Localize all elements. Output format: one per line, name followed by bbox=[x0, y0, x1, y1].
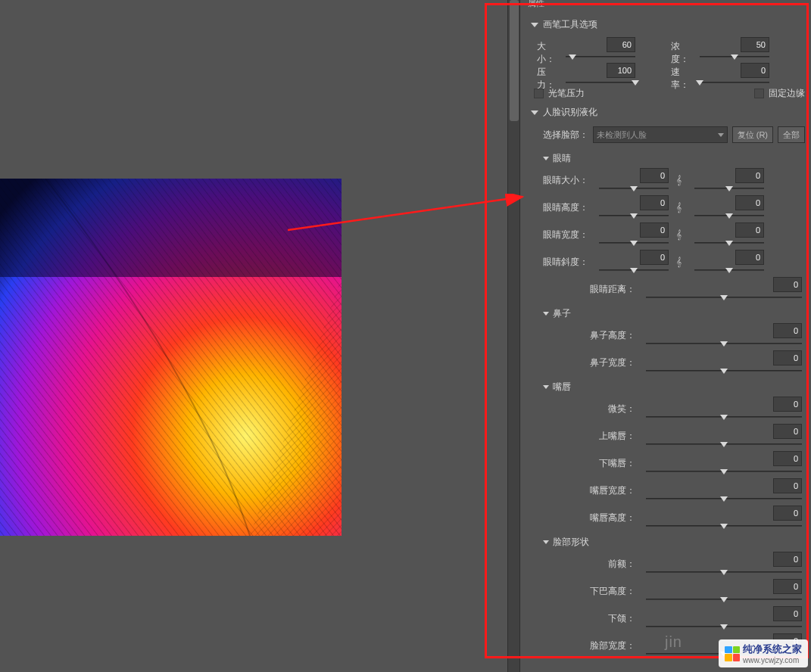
jaw-input[interactable]: 0 bbox=[773, 606, 802, 621]
select-face-label: 选择脸部： bbox=[543, 129, 588, 142]
brush-size-slider[interactable] bbox=[566, 53, 635, 62]
brush-density-label: 浓度： bbox=[671, 40, 697, 66]
eye-width-right-slider[interactable] bbox=[694, 239, 764, 247]
upper-lip-label: 上嘴唇： bbox=[535, 430, 635, 443]
lower-lip-input[interactable]: 0 bbox=[773, 451, 802, 466]
chevron-down-icon bbox=[718, 133, 724, 137]
eye-size-label: 眼睛大小： bbox=[535, 174, 588, 187]
subsection-title: 鼻子 bbox=[553, 307, 571, 320]
link-icon[interactable]: 𝄞 bbox=[673, 254, 684, 269]
subsection-title: 脸部形状 bbox=[553, 536, 589, 549]
eye-width-label: 眼睛宽度： bbox=[535, 229, 588, 241]
chin-height-input[interactable]: 0 bbox=[773, 579, 802, 594]
chevron-down-icon bbox=[531, 110, 538, 115]
mouth-width-slider[interactable] bbox=[646, 495, 802, 502]
eye-distance-slider[interactable] bbox=[646, 294, 802, 301]
nose-width-slider[interactable] bbox=[646, 367, 802, 375]
nose-height-label: 鼻子高度： bbox=[535, 329, 635, 342]
upper-lip-slider[interactable] bbox=[646, 440, 802, 448]
subsection-nose[interactable]: 鼻子 bbox=[520, 303, 811, 322]
eye-size-left-slider[interactable] bbox=[599, 185, 669, 192]
brush-rate-input[interactable]: 0 bbox=[741, 63, 769, 78]
chin-height-slider[interactable] bbox=[646, 596, 802, 603]
eye-tilt-left-input[interactable]: 0 bbox=[640, 250, 669, 265]
eye-tilt-left-slider[interactable] bbox=[599, 266, 669, 274]
upper-lip-input[interactable]: 0 bbox=[773, 424, 802, 439]
forehead-label: 前额： bbox=[535, 558, 635, 571]
pin-edges-checkbox[interactable] bbox=[754, 89, 764, 98]
mouth-width-label: 嘴唇宽度： bbox=[535, 484, 635, 497]
subsection-face-shape[interactable]: 脸部形状 bbox=[520, 531, 811, 550]
eye-size-right-slider[interactable] bbox=[694, 185, 764, 192]
nose-width-input[interactable]: 0 bbox=[773, 350, 802, 366]
nose-height-input[interactable]: 0 bbox=[773, 323, 802, 338]
eye-height-right-input[interactable]: 0 bbox=[735, 195, 764, 210]
link-icon[interactable]: 𝄞 bbox=[673, 227, 684, 242]
eye-tilt-label: 眼睛斜度： bbox=[535, 256, 588, 269]
brush-rate-slider[interactable] bbox=[700, 79, 769, 88]
chevron-down-icon bbox=[543, 312, 549, 316]
smile-input[interactable]: 0 bbox=[773, 397, 802, 412]
scrollbar-vertical[interactable] bbox=[507, 0, 519, 672]
eye-width-left-slider[interactable] bbox=[599, 239, 669, 247]
nose-height-slider[interactable] bbox=[646, 340, 802, 347]
subsection-mouth[interactable]: 嘴唇 bbox=[520, 376, 811, 395]
mouth-height-slider[interactable] bbox=[646, 522, 802, 530]
stylus-pressure-label: 光笔压力 bbox=[548, 87, 585, 100]
all-button[interactable]: 全部 bbox=[778, 126, 805, 143]
eye-distance-input[interactable]: 0 bbox=[773, 277, 802, 292]
eye-height-left-input[interactable]: 0 bbox=[640, 195, 669, 210]
eye-height-label: 眼睛高度： bbox=[535, 201, 588, 214]
section-brush-options[interactable]: 画笔工具选项 bbox=[520, 15, 811, 34]
brush-density-slider[interactable] bbox=[700, 53, 769, 62]
eye-height-left-slider[interactable] bbox=[599, 212, 669, 219]
mouth-height-label: 嘴唇高度： bbox=[535, 512, 635, 524]
chin-height-label: 下巴高度： bbox=[535, 585, 635, 598]
brush-pressure-input[interactable]: 100 bbox=[607, 63, 635, 78]
lower-lip-label: 下嘴唇： bbox=[535, 457, 635, 470]
chevron-down-icon bbox=[531, 23, 538, 27]
watermark-title: 纯净系统之家 bbox=[743, 642, 802, 656]
watermark-url: www.ycwjzy.com bbox=[743, 656, 802, 664]
brush-pressure-slider[interactable] bbox=[566, 79, 635, 88]
pin-edges-label: 固定边缘 bbox=[769, 87, 805, 100]
eye-tilt-right-slider[interactable] bbox=[694, 266, 764, 274]
subsection-title: 眼睛 bbox=[553, 152, 571, 165]
subsection-title: 嘴唇 bbox=[553, 381, 571, 394]
reset-button[interactable]: 复位 (R) bbox=[732, 126, 773, 143]
jaw-slider[interactable] bbox=[646, 623, 802, 630]
lower-lip-slider[interactable] bbox=[646, 468, 802, 475]
chevron-down-icon bbox=[543, 385, 549, 389]
mouth-width-input[interactable]: 0 bbox=[773, 478, 802, 493]
eye-size-right-input[interactable]: 0 bbox=[735, 168, 764, 183]
select-face-dropdown[interactable]: 未检测到人脸 bbox=[593, 126, 728, 143]
forehead-input[interactable]: 0 bbox=[773, 552, 802, 567]
eye-height-right-slider[interactable] bbox=[694, 212, 764, 219]
properties-panel: 属性 画笔工具选项 大小： 60 浓度： 50 bbox=[519, 0, 811, 672]
stylus-pressure-checkbox[interactable] bbox=[534, 89, 544, 98]
canvas-area bbox=[0, 0, 519, 672]
smile-slider[interactable] bbox=[646, 413, 802, 421]
image-preview bbox=[0, 179, 342, 536]
eye-size-left-input[interactable]: 0 bbox=[640, 168, 669, 183]
brush-size-input[interactable]: 60 bbox=[607, 37, 635, 52]
chevron-down-icon bbox=[543, 540, 549, 544]
eye-tilt-right-input[interactable]: 0 bbox=[735, 250, 764, 265]
link-icon[interactable]: 𝄞 bbox=[673, 173, 684, 188]
eye-distance-label: 眼睛距离： bbox=[535, 283, 635, 296]
brush-size-label: 大小： bbox=[537, 40, 563, 66]
brush-density-input[interactable]: 50 bbox=[741, 37, 769, 52]
eye-width-left-input[interactable]: 0 bbox=[640, 222, 669, 238]
link-icon[interactable]: 𝄞 bbox=[673, 200, 684, 215]
nose-width-label: 鼻子宽度： bbox=[535, 356, 635, 369]
eye-width-right-input[interactable]: 0 bbox=[735, 222, 764, 238]
forehead-slider[interactable] bbox=[646, 568, 802, 576]
mouth-height-input[interactable]: 0 bbox=[773, 506, 802, 521]
scrollbar-thumb[interactable] bbox=[510, 0, 519, 121]
face-width-label: 脸部宽度： bbox=[535, 639, 635, 652]
panel-tab-properties[interactable]: 属性 bbox=[528, 0, 544, 9]
watermark: 纯净系统之家 www.ycwjzy.com bbox=[719, 639, 808, 667]
section-face-liquify[interactable]: 人脸识别液化 bbox=[520, 103, 811, 122]
section-title: 人脸识别液化 bbox=[543, 106, 597, 119]
subsection-eyes[interactable]: 眼睛 bbox=[520, 148, 811, 166]
